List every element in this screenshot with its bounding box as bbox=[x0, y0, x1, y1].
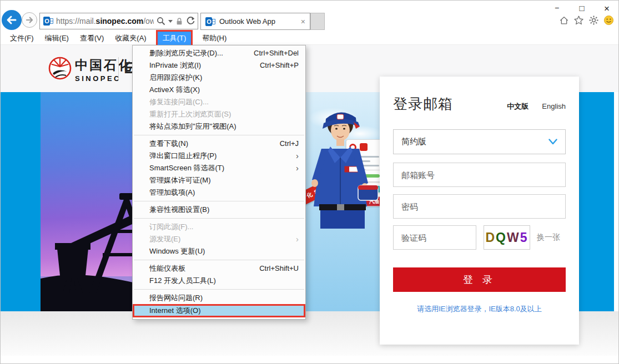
language-chinese-link[interactable]: 中文版 bbox=[507, 102, 529, 112]
account-input[interactable] bbox=[393, 163, 566, 187]
menu-item[interactable]: ActiveX 筛选(X) bbox=[133, 84, 305, 96]
browser-titlebar: − □ × O https://mail.sinopec.com/owa/au bbox=[1, 1, 618, 32]
sinopec-logo-icon bbox=[47, 54, 73, 81]
window-controls: − □ × bbox=[553, 3, 611, 14]
browser-window: − □ × O https://mail.sinopec.com/owa/au bbox=[0, 0, 619, 364]
submenu-arrow-icon: › bbox=[296, 165, 299, 171]
menu-item[interactable]: 删除浏览历史记录(D)...Ctrl+Shift+Del bbox=[133, 47, 305, 59]
menubar-item[interactable]: 文件(F) bbox=[8, 32, 36, 45]
menu-bar: 文件(F)编辑(E)查看(V)收藏夹(A)工具(T)帮助(H) bbox=[1, 32, 618, 45]
menu-item: 重新打开上次浏览页面(S) bbox=[133, 108, 305, 120]
search-icon[interactable] bbox=[157, 17, 165, 26]
submenu-arrow-icon: › bbox=[296, 153, 299, 159]
menu-item[interactable]: 弹出窗口阻止程序(P)› bbox=[133, 150, 305, 162]
arrow-left-icon bbox=[6, 14, 18, 26]
captcha-image[interactable]: DQW5 bbox=[484, 225, 530, 250]
lock-icon bbox=[175, 17, 183, 26]
menu-item[interactable]: 管理加载项(A) bbox=[133, 186, 305, 199]
menu-item[interactable]: 性能仪表板Ctrl+Shift+U bbox=[133, 262, 305, 275]
url-text: https://mail.sinopec.com/owa/au bbox=[56, 17, 154, 26]
login-button[interactable]: 登 录 bbox=[393, 267, 566, 292]
login-panel: 登录邮箱 中文版 English 简约版 DQW5 换一张 登 录 请选用IE浏… bbox=[380, 77, 579, 345]
menu-item-internet-options[interactable]: Internet 选项(O) bbox=[133, 304, 305, 317]
menu-item[interactable]: 管理媒体许可证(M) bbox=[133, 174, 305, 186]
menu-separator bbox=[134, 260, 304, 260]
captcha-refresh-link[interactable]: 换一张 bbox=[537, 232, 560, 242]
tab-title: Outlook Web App bbox=[219, 17, 297, 26]
submenu-arrow-icon: › bbox=[296, 236, 299, 242]
menu-item[interactable]: 查看下载(N)Ctrl+J bbox=[133, 138, 305, 150]
language-english-link[interactable]: English bbox=[542, 102, 566, 110]
home-icon[interactable] bbox=[558, 15, 569, 26]
address-bar[interactable]: O https://mail.sinopec.com/owa/au bbox=[39, 13, 198, 29]
menu-item[interactable]: 启用跟踪保护(K) bbox=[133, 72, 305, 84]
login-title: 登录邮箱 bbox=[393, 94, 453, 114]
attendant-photo: 化 SINOPEC 汽油 bbox=[305, 92, 384, 311]
svg-text:O: O bbox=[44, 18, 49, 24]
password-input[interactable] bbox=[393, 194, 566, 219]
tab-outlook-web-app[interactable]: O Outlook Web App × bbox=[200, 13, 310, 30]
maximize-icon[interactable]: □ bbox=[578, 3, 586, 14]
version-selected-value: 简约版 bbox=[401, 136, 426, 147]
menubar-item-tools[interactable]: 工具(T) bbox=[156, 30, 193, 47]
menu-item: 修复连接问题(C)... bbox=[133, 96, 305, 108]
menubar-item[interactable]: 帮助(H) bbox=[200, 32, 228, 45]
refresh-icon[interactable] bbox=[186, 17, 195, 26]
settings-gear-icon[interactable] bbox=[588, 15, 599, 26]
menu-item[interactable]: F12 开发人员工具(L) bbox=[133, 275, 305, 287]
menubar-item[interactable]: 查看(V) bbox=[78, 32, 105, 45]
tab-close-icon[interactable]: × bbox=[301, 17, 305, 26]
menu-item[interactable]: 兼容性视图设置(B) bbox=[133, 204, 305, 216]
header-divider bbox=[118, 57, 119, 80]
menu-item[interactable]: InPrivate 浏览(I)Ctrl+Shift+P bbox=[133, 59, 305, 72]
close-icon[interactable]: × bbox=[603, 3, 611, 14]
forward-button[interactable] bbox=[22, 12, 37, 28]
back-button[interactable] bbox=[2, 10, 22, 30]
attendant-figure bbox=[305, 92, 384, 232]
svg-text:O: O bbox=[207, 18, 212, 25]
feedback-smiley-icon[interactable] bbox=[603, 15, 614, 26]
menu-item[interactable]: 将站点添加到"应用"视图(A) bbox=[133, 120, 305, 133]
menu-item: 源发现(E)› bbox=[133, 233, 305, 245]
menu-item[interactable]: Windows 更新(U) bbox=[133, 245, 305, 257]
menu-item: 订阅此源(F)... bbox=[133, 221, 305, 233]
menu-item[interactable]: SmartScreen 筛选器(T)› bbox=[133, 162, 305, 174]
menu-separator bbox=[134, 289, 304, 290]
version-select[interactable]: 简约版 bbox=[393, 129, 566, 154]
menu-separator bbox=[134, 201, 304, 201]
arrow-right-icon bbox=[25, 16, 34, 24]
new-tab-button[interactable] bbox=[310, 13, 325, 30]
caret-down-icon[interactable] bbox=[168, 20, 173, 23]
captcha-input[interactable] bbox=[393, 225, 476, 250]
favorites-star-icon[interactable] bbox=[573, 15, 584, 26]
browser-requirement-note: 请选用IE浏览器登录，IE版本8.0及以上 bbox=[393, 304, 566, 314]
outlook-favicon: O bbox=[43, 16, 53, 26]
menu-item[interactable]: 报告网站问题(R) bbox=[133, 292, 305, 304]
minimize-icon[interactable]: − bbox=[553, 3, 561, 14]
menu-separator bbox=[134, 135, 304, 135]
menu-separator bbox=[134, 218, 304, 219]
menubar-item[interactable]: 编辑(E) bbox=[43, 32, 71, 45]
tools-menu: 删除浏览历史记录(D)...Ctrl+Shift+DelInPrivate 浏览… bbox=[132, 45, 306, 320]
chevron-down-icon bbox=[548, 139, 557, 145]
menubar-item[interactable]: 收藏夹(A) bbox=[113, 32, 148, 45]
outlook-favicon: O bbox=[205, 17, 215, 27]
